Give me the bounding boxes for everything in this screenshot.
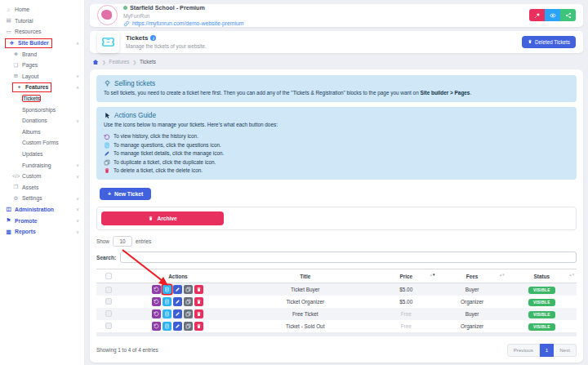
previous-page-button[interactable]: Previous	[507, 344, 540, 357]
ticket-price: Free	[375, 308, 437, 320]
sidebar-item-tutorial[interactable]: ▤Tutorial	[0, 16, 84, 27]
sidebar-item-albums[interactable]: Albums	[0, 127, 84, 138]
status-badge: VISIBLE	[528, 299, 555, 306]
questions-action-button[interactable]	[163, 322, 172, 331]
sidebar-item-label: Brand	[22, 51, 37, 57]
row-actions	[122, 309, 234, 318]
guide-item: To delete a ticket, click the delete ico…	[104, 167, 569, 175]
row-checkbox[interactable]	[105, 298, 112, 305]
history-action-button[interactable]	[152, 285, 161, 294]
site-url-link[interactable]: https://myfunrun.com/demo-website-premiu…	[132, 20, 243, 26]
ticket-icon	[101, 35, 115, 49]
sidebar-item-sponsorships[interactable]: Sponsorships	[0, 104, 84, 115]
questions-action-button[interactable]	[163, 297, 172, 306]
delete-action-button[interactable]	[194, 322, 203, 331]
sidebar-item-site-builder[interactable]: ✈Site Builder∧	[0, 38, 84, 49]
trash-icon	[528, 39, 532, 44]
deleted-tickets-button[interactable]: Deleted Tickets	[522, 36, 576, 48]
guide-item: To view history, click the history icon.	[104, 132, 569, 140]
sidebar-item-reports[interactable]: ▥Reports∨	[0, 226, 84, 238]
sidebar-item-custom[interactable]: </>Custom∨	[0, 171, 84, 182]
guide-item: To manage questions, click the questions…	[104, 141, 569, 149]
entries-count-input[interactable]	[113, 236, 132, 247]
manage-action-button[interactable]	[173, 285, 182, 294]
folder-icon: ▭	[5, 29, 12, 35]
sidebar-item-label: Site Builder	[18, 40, 49, 46]
site-name: Starfield School - Premium	[130, 4, 205, 11]
sidebar-item-custom-forms[interactable]: Custom Forms	[0, 137, 84, 149]
delete-action-button[interactable]	[194, 297, 203, 306]
sidebar-item-tickets[interactable]: Tickets	[0, 93, 84, 105]
sidebar-item-administration[interactable]: ◫Administration∨	[0, 204, 84, 216]
new-ticket-button[interactable]: + New Ticket	[100, 188, 151, 200]
column-header-price[interactable]: Price▲▼	[375, 269, 437, 283]
page-header-card: Tickets i Manage the tickets of your web…	[90, 31, 583, 53]
chevron-down-icon: ∨	[76, 218, 79, 223]
search-input[interactable]	[120, 251, 577, 263]
sort-icons[interactable]: ▲▼	[499, 273, 505, 277]
actions-guide-list: To view history, click the history icon.…	[104, 132, 569, 175]
info-icon[interactable]: i	[150, 35, 156, 41]
manage-action-button[interactable]	[173, 297, 182, 306]
archive-button[interactable]: Archive	[101, 211, 224, 225]
guide-item-text: To duplicate a ticket, click the duplica…	[114, 158, 216, 167]
sidebar-item-brand[interactable]: ◈Brand	[0, 48, 84, 60]
sidebar-item-label: Home	[15, 7, 29, 12]
home-icon[interactable]	[92, 59, 99, 65]
guide-item-text: To view history, click the history icon.	[114, 132, 198, 140]
manage-action-button[interactable]	[173, 322, 182, 331]
duplicate-action-button[interactable]	[184, 309, 193, 318]
share-button[interactable]	[560, 9, 576, 21]
delete-action-button[interactable]	[194, 309, 203, 318]
history-action-button[interactable]	[152, 309, 161, 318]
select-all-checkbox[interactable]	[105, 273, 112, 279]
questions-action-button[interactable]	[163, 309, 172, 318]
sidebar-item-pages[interactable]: ❏Pages	[0, 60, 84, 71]
history-action-button[interactable]	[152, 297, 161, 306]
row-checkbox[interactable]	[105, 287, 112, 293]
row-checkbox[interactable]	[105, 323, 112, 329]
sidebar-item-label: Custom Forms	[22, 140, 59, 145]
table-row: Ticket Organizer$5.00OrganizerVISIBLE	[96, 296, 577, 308]
sidebar-item-features[interactable]: ✦Features∧	[0, 82, 84, 93]
current-page-button[interactable]: 1	[540, 344, 554, 357]
sidebar-item-updates[interactable]: Updates	[0, 149, 84, 160]
sidebar-item-home[interactable]: ⌂Home	[0, 4, 84, 16]
sidebar-item-layout[interactable]: ⊞Layout∨	[0, 71, 84, 82]
book-icon: ▤	[5, 17, 12, 24]
sidebar-item-label: Pages	[22, 62, 38, 68]
duplicate-action-button[interactable]	[184, 297, 193, 306]
sidebar-item-fundraising[interactable]: Fundraising∨	[0, 159, 84, 171]
ticket-title: Free Ticket	[236, 308, 376, 320]
row-checkbox[interactable]	[105, 310, 112, 317]
history-action-button[interactable]	[152, 322, 161, 331]
layers-icon: ❏	[12, 62, 20, 69]
status-badge: VISIBLE	[528, 311, 555, 318]
manage-icon	[104, 150, 110, 157]
manage-action-button[interactable]	[173, 309, 182, 318]
chevron-down-icon: ∨	[76, 229, 79, 234]
breadcrumb-features[interactable]: Features	[109, 59, 130, 65]
column-header-fees[interactable]: Fees▲▼	[437, 269, 506, 283]
bank-icon: ◫	[5, 206, 12, 212]
next-page-button[interactable]: Next	[554, 344, 577, 357]
sidebar-item-promote[interactable]: ⚑Promote∨	[0, 215, 84, 226]
duplicate-action-button[interactable]	[184, 285, 193, 294]
pin-button[interactable]	[529, 9, 545, 21]
sidebar-item-assets[interactable]: ❐Assets	[0, 182, 84, 194]
sidebar-item-resources[interactable]: ▭Resources	[0, 26, 84, 38]
show-label: Show	[96, 238, 109, 244]
sidebar-item-donations[interactable]: Donations∨	[0, 115, 84, 127]
sidebar: ⌂Home▤Tutorial▭Resources✈Site Builder∧◈B…	[0, 0, 85, 365]
duplicate-action-button[interactable]	[184, 322, 193, 331]
sidebar-item-label: Updates	[22, 151, 42, 157]
sort-icons[interactable]: ▲▼	[568, 273, 574, 277]
delete-action-button[interactable]	[194, 285, 203, 294]
site-header-card: Starfield School - Premium MyFunRun http…	[90, 4, 583, 27]
table-row: Free TicketFreeBuyerVISIBLE	[96, 308, 577, 320]
preview-button[interactable]	[545, 9, 560, 21]
sort-icons[interactable]: ▲▼	[430, 273, 435, 277]
column-header-status[interactable]: Status▲▼	[507, 269, 577, 283]
questions-action-button[interactable]	[163, 285, 172, 294]
sidebar-item-settings[interactable]: ⚙Settings∨	[0, 193, 84, 204]
